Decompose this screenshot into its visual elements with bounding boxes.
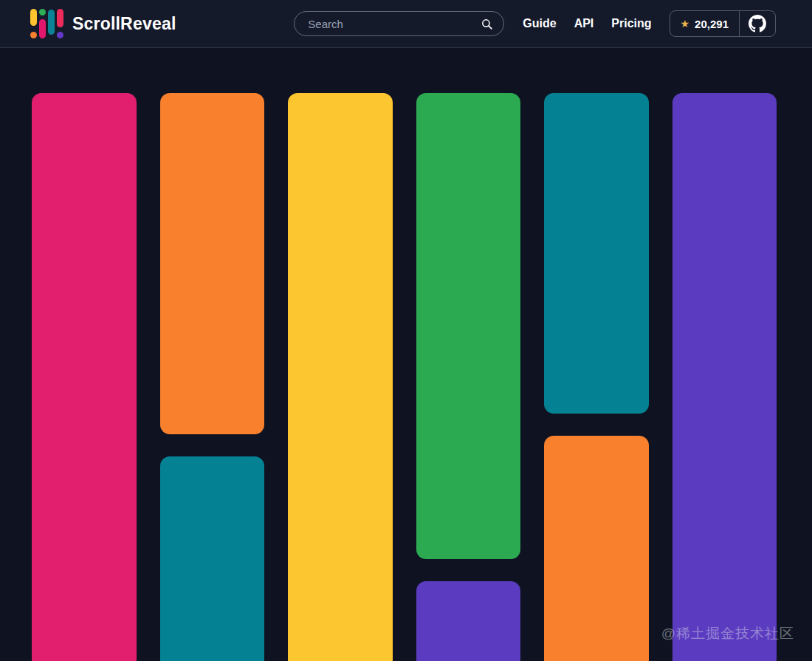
grid-column xyxy=(416,93,521,661)
color-block xyxy=(672,93,777,661)
color-block xyxy=(416,93,521,559)
nav-guide[interactable]: Guide xyxy=(523,17,556,30)
logo-dot xyxy=(57,32,63,38)
grid-column xyxy=(32,93,137,661)
github-star-button[interactable]: ★ 20,291 xyxy=(670,10,776,37)
logo-bar-column xyxy=(39,9,46,38)
github-star-count-section[interactable]: ★ 20,291 xyxy=(670,11,739,36)
search-box xyxy=(294,11,504,36)
brand[interactable]: ScrollReveal xyxy=(30,9,176,38)
brand-title: ScrollReveal xyxy=(72,14,176,34)
color-block xyxy=(544,436,649,661)
grid-column xyxy=(672,93,777,661)
logo-bar-column xyxy=(30,9,37,38)
color-block xyxy=(160,93,265,434)
grid-column xyxy=(288,93,393,661)
color-block xyxy=(544,93,649,414)
color-block xyxy=(160,456,265,661)
color-block xyxy=(288,93,393,661)
grid-column xyxy=(544,93,649,661)
logo-bar xyxy=(39,19,46,38)
logo-bar xyxy=(48,10,55,35)
github-icon[interactable] xyxy=(739,11,775,36)
star-count: 20,291 xyxy=(695,18,729,30)
logo-bar-column xyxy=(48,9,55,38)
scrollreveal-logo-icon xyxy=(30,9,63,38)
color-block xyxy=(416,581,521,661)
main-nav: Guide API Pricing xyxy=(523,17,651,30)
color-block xyxy=(32,93,137,661)
star-icon: ★ xyxy=(681,18,690,29)
search-icon[interactable] xyxy=(481,18,493,30)
logo-dot xyxy=(30,32,37,38)
logo-bar-column xyxy=(57,9,63,38)
masonry-grid xyxy=(0,48,812,661)
grid-column xyxy=(160,93,265,661)
nav-api[interactable]: API xyxy=(574,17,594,30)
search-input[interactable] xyxy=(308,18,481,30)
nav-pricing[interactable]: Pricing xyxy=(611,17,651,30)
logo-dot xyxy=(39,9,46,16)
logo-bar xyxy=(57,9,63,27)
logo-bar xyxy=(30,9,37,26)
header: ScrollReveal Guide API Pricing ★ 20,291 xyxy=(0,0,812,48)
